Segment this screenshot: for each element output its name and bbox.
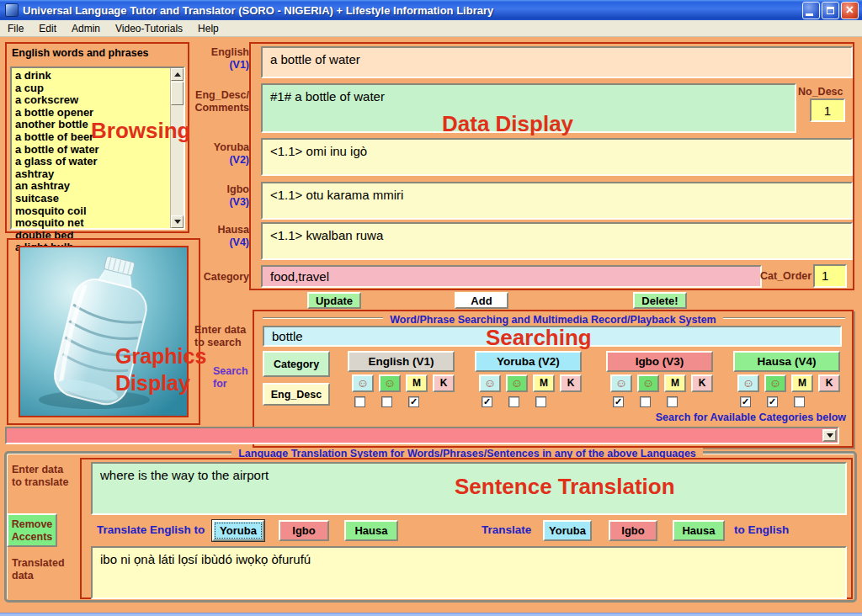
igbo-field[interactable]: <1.1> otu karama mmiri — [261, 182, 853, 220]
keyboard-button[interactable]: K — [691, 374, 713, 392]
menu-admin[interactable]: Admin — [64, 21, 108, 36]
translate-to-igbo-button[interactable]: Igbo — [279, 520, 329, 541]
yoruba-field-label: Yoruba (V2) — [173, 141, 249, 167]
list-item[interactable]: mosquito net — [15, 217, 184, 230]
menu-help[interactable]: Help — [190, 21, 226, 36]
list-item[interactable]: a bottle of water — [15, 144, 184, 157]
yoruba-field[interactable]: <1.1> omi inu igò — [261, 138, 853, 176]
play-audio2-button[interactable]: ☺ — [379, 374, 401, 392]
list-item[interactable]: mosquito coil — [15, 205, 184, 218]
list-item[interactable]: ashtray — [15, 168, 184, 181]
list-item[interactable]: an ashtray — [15, 180, 184, 193]
search-checkbox[interactable] — [535, 396, 546, 407]
keyboard-button[interactable]: K — [560, 374, 582, 392]
hausa-field[interactable]: <1.1> kwalban ruwa — [261, 222, 853, 260]
search-hausa-button[interactable]: Hausa (V4) — [733, 351, 840, 372]
keyboard-button[interactable]: K — [818, 374, 840, 392]
remove-accents-line1: Remove — [8, 518, 56, 531]
translate-from-hausa-button[interactable]: Hausa — [673, 520, 725, 541]
app-icon — [5, 3, 19, 17]
search-column-english: English (V1) ☺ ☺ M K ✓ — [348, 351, 455, 410]
graphics-overlay-line2: Display — [115, 372, 190, 394]
english-label-text: English — [173, 46, 249, 59]
igbo-label-text: Igbo — [173, 183, 249, 196]
keyboard-button[interactable]: K — [433, 374, 455, 392]
multimedia-button[interactable]: M — [791, 374, 813, 392]
search-column-igbo: Igbo (V3) ☺ ☺ M K ✓ — [606, 351, 713, 410]
english-words-listbox[interactable]: a drink a cup a corkscrew a bottle opene… — [10, 66, 185, 230]
translate-label: Translate — [482, 523, 531, 536]
translate-to-yoruba-button[interactable]: Yoruba — [212, 520, 264, 541]
translate-to-hausa-button[interactable]: Hausa — [344, 520, 398, 541]
search-english-button[interactable]: English (V1) — [348, 351, 455, 372]
list-item[interactable]: a glass of water — [15, 156, 184, 168]
cat-order-value[interactable]: 1 — [813, 264, 847, 288]
menu-video-tutorials[interactable]: Video-Tutorials — [108, 21, 190, 36]
delete-button[interactable]: Delete! — [633, 292, 687, 309]
search-igbo-button[interactable]: Igbo (V3) — [606, 351, 713, 372]
browsing-heading: English words and phrases — [12, 47, 149, 59]
menu-file[interactable]: File — [0, 21, 31, 36]
menu-edit[interactable]: Edit — [31, 21, 64, 36]
list-item[interactable]: a corkscrew — [15, 94, 184, 107]
translate-from-igbo-button[interactable]: Igbo — [609, 520, 657, 541]
remove-accents-button[interactable]: Remove Accents — [7, 513, 57, 547]
chevron-down-icon — [827, 433, 833, 438]
play-audio1-button[interactable]: ☺ — [352, 374, 374, 392]
search-eng-desc-button[interactable]: Eng_Desc — [263, 383, 330, 406]
play-audio2-button[interactable]: ☺ — [506, 374, 528, 392]
category-field-label: Category — [173, 271, 249, 284]
english-field[interactable]: a bottle of water — [261, 46, 853, 78]
available-categories-hint: Search for Available Categories below — [589, 412, 846, 423]
search-checkbox[interactable] — [667, 396, 678, 407]
list-item[interactable]: a cup — [15, 82, 184, 95]
multimedia-button[interactable]: M — [406, 374, 428, 392]
main-area: English words and phrases a drink a cup … — [0, 37, 862, 613]
search-checkbox[interactable]: ✓ — [613, 396, 624, 407]
add-button[interactable]: Add — [455, 292, 508, 309]
multimedia-button[interactable]: M — [533, 374, 555, 392]
browsing-overlay: Browsing — [91, 119, 190, 141]
play-audio2-button[interactable]: ☺ — [637, 374, 659, 392]
enter-translate-line1: Enter data — [12, 464, 68, 476]
minimize-button[interactable] — [802, 2, 820, 19]
search-yoruba-button[interactable]: Yoruba (V2) — [475, 351, 582, 372]
search-checkbox[interactable] — [794, 396, 805, 407]
search-checkbox[interactable]: ✓ — [482, 396, 492, 407]
search-checkbox[interactable]: ✓ — [767, 396, 778, 407]
search-checkbox[interactable] — [381, 396, 392, 407]
enter-data-to-search-label: Enter data to search — [194, 324, 246, 349]
search-category-button[interactable]: Category — [263, 351, 330, 377]
search-checkbox[interactable] — [354, 396, 365, 407]
play-audio2-button[interactable]: ☺ — [764, 374, 786, 392]
play-audio1-button[interactable]: ☺ — [737, 374, 759, 392]
sentence-translation-overlay: Sentence Translation — [455, 475, 675, 497]
translated-output-field[interactable]: ibo ni ọnà láti lọsí ibùdó iwọkọ òfurufú — [91, 546, 847, 599]
update-button[interactable]: Update — [307, 292, 361, 309]
play-audio1-button[interactable]: ☺ — [610, 374, 632, 392]
no-desc-value[interactable]: 1 — [810, 98, 845, 122]
search-checkbox[interactable]: ✓ — [740, 396, 751, 407]
list-item[interactable]: a drink — [15, 70, 184, 82]
search-for-label: Search for — [213, 365, 248, 390]
comments-label-text: Comments — [173, 102, 249, 114]
search-checkbox[interactable] — [508, 396, 519, 407]
eng-desc-field-label: Eng_Desc/ Comments — [173, 89, 249, 114]
restore-icon — [827, 7, 834, 14]
list-item[interactable]: suitcase — [15, 193, 184, 205]
menu-bar: File Edit Admin Video-Tutorials Help — [0, 20, 862, 37]
category-field[interactable]: food,travel — [261, 265, 762, 288]
restore-button[interactable] — [822, 2, 839, 19]
dropdown-arrow-button[interactable] — [822, 429, 837, 442]
categories-dropdown[interactable] — [5, 427, 839, 444]
play-audio1-button[interactable]: ☺ — [479, 374, 501, 392]
close-button[interactable]: × — [841, 2, 859, 19]
arrow-up-icon — [174, 72, 181, 77]
multimedia-button[interactable]: M — [664, 374, 686, 392]
remove-accents-line2: Accents — [8, 531, 56, 544]
eng-desc-label-text: Eng_Desc/ — [173, 89, 249, 102]
translated-line1: Translated — [12, 557, 65, 570]
translate-from-yoruba-button[interactable]: Yoruba — [543, 520, 592, 541]
search-checkbox[interactable] — [640, 396, 651, 407]
search-checkbox[interactable]: ✓ — [408, 396, 419, 407]
